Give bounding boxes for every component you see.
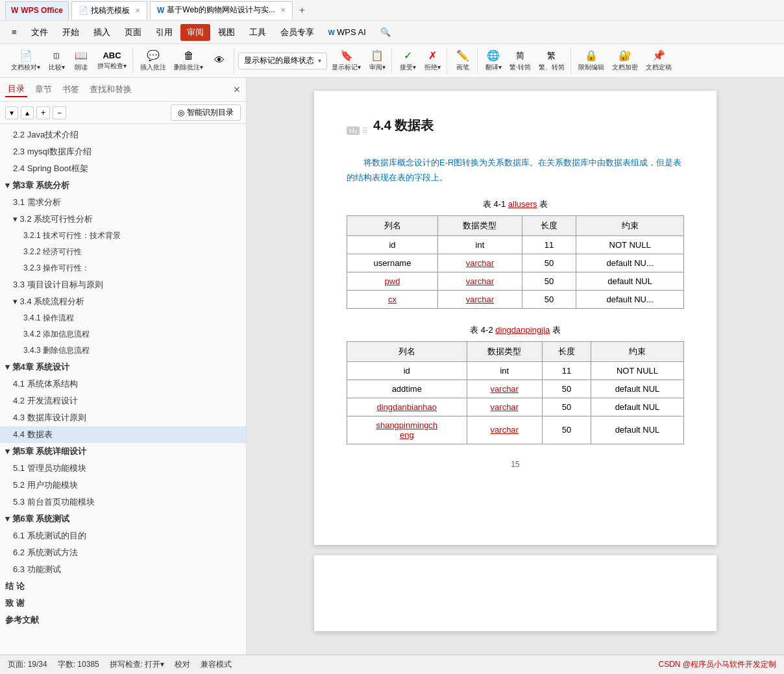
toolbar-docencrypt[interactable]: 🔐 文档加密 xyxy=(609,49,641,73)
toc-item-61[interactable]: 6.1 系统测试的目的 xyxy=(0,527,246,544)
toolbar-trackstate[interactable]: 显示标记的最终状态 ▾ xyxy=(238,53,327,69)
toc-item-32[interactable]: ▾ 3.2 系统可行性分析 xyxy=(0,211,246,228)
sidebar-tab-bookmarks[interactable]: 书签 xyxy=(60,82,82,97)
sidebar-tab-bar: 目录 章节 书签 查找和替换 ✕ xyxy=(0,78,246,102)
menu-tools[interactable]: 工具 xyxy=(243,24,273,41)
tab-doc[interactable]: W 基于Web的购物网站设计与实... ✕ xyxy=(150,1,293,19)
toc-item-thanks[interactable]: 致 谢 xyxy=(0,595,246,612)
toc-item-ch6[interactable]: ▾ 第6章 系统测试 xyxy=(0,511,246,527)
toolbar-doccompare[interactable]: 📄 文档校对▾ xyxy=(8,49,43,73)
table1-col-name: 列名 xyxy=(347,215,438,235)
menu-cite[interactable]: 引用 xyxy=(149,24,179,41)
tab-wps-office[interactable]: W WPS Office xyxy=(5,1,69,19)
tab-template[interactable]: 📄 找稿壳模板 ✕ xyxy=(71,1,147,19)
menu-start[interactable]: 开始 xyxy=(56,24,86,41)
sidebar-nav-collapse[interactable]: − xyxy=(53,106,66,119)
menu-file[interactable]: 文件 xyxy=(25,24,55,41)
toolbar-addcomment[interactable]: 💬 插入批注 xyxy=(137,49,169,73)
table2-col-name: 列名 xyxy=(347,341,467,361)
sidebar-nav-expand[interactable]: + xyxy=(36,106,50,119)
section-heading-row: H₂ ⠿ 4.4 数据表 xyxy=(347,117,684,145)
toc-item-53[interactable]: 5.3 前台首页功能模块 xyxy=(0,494,246,511)
toc-item-33[interactable]: 3.3 项目设计目标与原则 xyxy=(0,276,246,293)
toc-item-321[interactable]: 3.2.1 技术可行性：技术背景 xyxy=(0,228,246,244)
toc-item-references[interactable]: 参考文献 xyxy=(0,612,246,629)
menu-search[interactable]: 🔍 xyxy=(374,25,397,40)
status-words: 字数: 10385 xyxy=(58,659,99,670)
table-row: id int 11 NOT NULL xyxy=(347,235,684,254)
toc-item-342[interactable]: 3.4.2 添加信息流程 xyxy=(0,326,246,343)
toc-item-343[interactable]: 3.4.3 删除信息流程 xyxy=(0,343,246,359)
toc-item-31[interactable]: 3.1 需求分析 xyxy=(0,194,246,211)
toolbar-draw[interactable]: ✏️ 画笔 xyxy=(451,49,474,73)
toc-item-63[interactable]: 6.3 功能测试 xyxy=(0,561,246,578)
toolbar-trad[interactable]: 简 繁·转简 xyxy=(506,49,534,73)
toc-item-ch4[interactable]: ▾ 第4章 系统设计 xyxy=(0,359,246,376)
menu-wpsai[interactable]: W WPS AI xyxy=(322,25,373,40)
toolbar-restrictedit[interactable]: 🔒 限制编辑 xyxy=(575,49,607,73)
menu-member[interactable]: 会员专享 xyxy=(274,24,321,41)
table-row: pwd varchar 50 default NUL xyxy=(347,272,684,290)
status-spell[interactable]: 拼写检查: 打开▾ xyxy=(110,659,165,670)
toolbar-showcomment[interactable]: 👁 xyxy=(208,49,231,73)
toc-item-24[interactable]: 2.4 Spring Boot框架 xyxy=(0,160,246,177)
toc-item-41[interactable]: 4.1 系统体系结构 xyxy=(0,376,246,392)
trackstate-label: 显示标记的最终状态 xyxy=(244,55,314,66)
toc-item-42[interactable]: 4.2 开发流程设计 xyxy=(0,392,246,409)
toc-item-52[interactable]: 5.2 用户功能模块 xyxy=(0,477,246,494)
sidebar-nav-down[interactable]: ▾ xyxy=(5,106,18,119)
toolbar-translate[interactable]: 🌐 翻译▾ xyxy=(482,49,505,73)
doccompare-icon: 📄 xyxy=(19,49,32,62)
menu-review[interactable]: 审阅 xyxy=(180,24,210,41)
toc-item-323[interactable]: 3.2.3 操作可行性： xyxy=(0,260,246,276)
toc-item-ch5[interactable]: ▾ 第5章 系统详细设计 xyxy=(0,443,246,460)
toc-item-23[interactable]: 2.3 mysql数据库介绍 xyxy=(0,143,246,160)
sidebar-nav-up[interactable]: ▴ xyxy=(21,106,34,119)
docencrypt-icon: 🔐 xyxy=(619,49,631,62)
sidebar-tab-chapters[interactable]: 章节 xyxy=(32,82,55,97)
toolbar-docfinal[interactable]: 📌 文档定稿 xyxy=(643,49,675,73)
menu-insert[interactable]: 插入 xyxy=(87,24,117,41)
toc-item-43[interactable]: 4.3 数据库设计原则 xyxy=(0,409,246,426)
toolbar-group-protect: 🔒 限制编辑 🔐 文档加密 📌 文档定稿 xyxy=(572,48,678,74)
toc-item-62[interactable]: 6.2 系统测试方法 xyxy=(0,544,246,561)
smart-toc-button[interactable]: ◎ 智能识别目录 xyxy=(171,104,241,121)
table1-caption-name: allusers xyxy=(508,199,537,209)
toc-item-51[interactable]: 5.1 管理员功能模块 xyxy=(0,460,246,477)
toc-item-44[interactable]: 4.4 数据表 xyxy=(0,426,246,443)
table1-col-type: 数据类型 xyxy=(438,215,522,235)
toolbar-read[interactable]: 📖 朗读 xyxy=(69,49,93,73)
sidebar: 目录 章节 书签 查找和替换 ✕ ▾ ▴ + − ◎ 智能识别目录 2.2 Ja… xyxy=(0,78,247,655)
sidebar-close-button[interactable]: ✕ xyxy=(233,84,241,95)
toolbar-accept[interactable]: ✓ 接受▾ xyxy=(396,49,419,73)
menu-page[interactable]: 页面 xyxy=(118,24,148,41)
table-row: dingdanbianhao varchar 50 default NUL xyxy=(347,398,684,416)
toc-item-322[interactable]: 3.2.2 经济可行性 xyxy=(0,244,246,260)
toolbar-simp[interactable]: 繁 繁、转简 xyxy=(535,49,568,73)
sidebar-toolbar: ▾ ▴ + − ◎ 智能识别目录 xyxy=(0,102,246,124)
toc-item-ch3[interactable]: ▾ 第3章 系统分析 xyxy=(0,177,246,194)
sidebar-tab-toc[interactable]: 目录 xyxy=(5,82,27,97)
toolbar-review2[interactable]: 📋 审阅▾ xyxy=(365,49,389,73)
toolbar-showmark[interactable]: 🔖 显示标记▾ xyxy=(328,49,364,73)
toc-item-34[interactable]: ▾ 3.4 系统流程分析 xyxy=(0,293,246,310)
menu-view[interactable]: 视图 xyxy=(212,24,241,41)
toolbar-reject[interactable]: ✗ 拒绝▾ xyxy=(421,49,444,73)
tab-doc-close[interactable]: ✕ xyxy=(280,6,286,14)
doc-area: H₂ ⠿ 4.4 数据表 将数据库概念设计的E-R图转换为关系数据库。在关系数据… xyxy=(247,78,784,655)
toolbar-group-draw: ✏️ 画笔 xyxy=(448,48,478,74)
showcomment-icon: 👁 xyxy=(214,54,225,66)
toolbar-spell[interactable]: ABC 拼写检查▾ xyxy=(94,49,130,73)
toc-item-conclusion[interactable]: 结 论 xyxy=(0,578,246,595)
toc-item-22[interactable]: 2.2 Java技术介绍 xyxy=(0,126,246,143)
toc-item-341[interactable]: 3.4.1 操作流程 xyxy=(0,310,246,326)
tab-template-close[interactable]: ✕ xyxy=(135,7,140,14)
toolbar-delcomment[interactable]: 🗑 删除批注▾ xyxy=(171,49,206,73)
tab-doc-label: 基于Web的购物网站设计与实... xyxy=(167,5,275,16)
status-compat: 兼容模式 xyxy=(201,659,232,670)
sidebar-tab-findreplace[interactable]: 查找和替换 xyxy=(87,82,134,97)
toolbar-compare[interactable]: ⎅ 比较▾ xyxy=(45,49,68,73)
table2-header: 列名 数据类型 长度 约束 xyxy=(347,341,684,361)
menu-hamburger[interactable]: ≡ xyxy=(5,25,23,40)
new-tab-button[interactable]: + xyxy=(295,5,309,16)
